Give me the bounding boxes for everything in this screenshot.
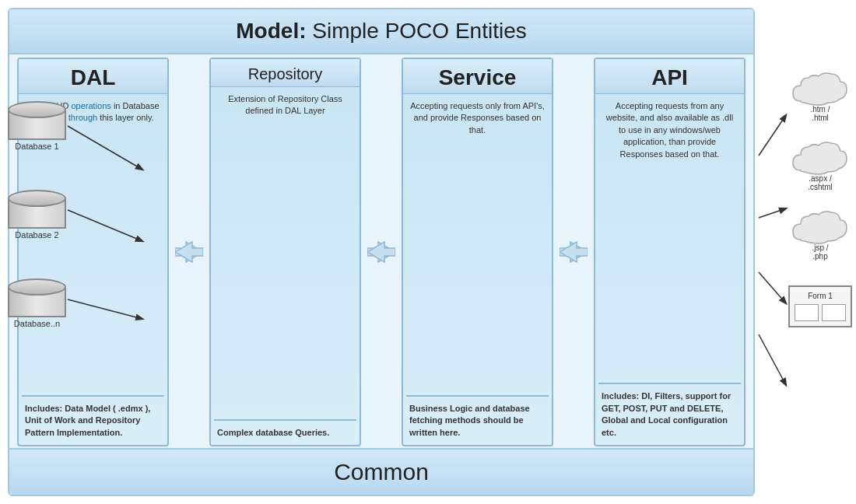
dal-repo-arrow-svg (175, 240, 203, 264)
form-title: Form 1 (795, 292, 846, 300)
model-title-bold: Model: (236, 19, 306, 43)
svg-marker-3 (367, 242, 395, 262)
service-bottom-text: Business Logic and database fetching met… (403, 397, 552, 445)
cloud-jsp: .jsp /.php (788, 208, 852, 261)
database-1: Database 1 (8, 101, 66, 151)
svg-marker-5 (560, 242, 588, 262)
form-box: Form 1 (788, 285, 852, 327)
common-label: Common (334, 459, 429, 485)
repo-service-arrow-svg (367, 240, 395, 264)
svg-line-9 (759, 115, 786, 156)
form-field-1 (795, 304, 819, 321)
form-fields-row (795, 304, 846, 321)
cloud-htm: .htm /.html (788, 70, 852, 122)
svg-line-12 (759, 334, 786, 385)
service-column: Service Accepting requests only from API… (402, 58, 553, 446)
cloud-aspx: .aspx /.cshtml (788, 139, 852, 191)
api-top-text: Accepting requests from any website, and… (595, 94, 744, 383)
db1-label: Database 1 (15, 142, 58, 151)
databases-container: Database 1 Database 2 Database..n (8, 101, 66, 328)
service-top-text: Accepting requests only from API's, and … (403, 94, 552, 395)
form-field-2 (822, 304, 846, 321)
dal-title: DAL (19, 59, 167, 94)
cloud-aspx-label: .aspx /.cshtml (808, 174, 833, 191)
repository-title: Repository (211, 59, 360, 87)
page-wrapper: Model: Simple POCO Entities DAL ALL CRUD… (0, 0, 856, 504)
repository-top-text: Extension of Repository Class defined in… (211, 87, 360, 419)
db1-top (8, 101, 66, 118)
arrow-dal-repo (175, 58, 203, 446)
main-diagram: Model: Simple POCO Entities DAL ALL CRUD… (8, 8, 755, 496)
form-1: Form 1 (788, 285, 852, 327)
repository-bottom-text: Complex database Queries. (211, 421, 360, 445)
repository-column: Repository Extension of Repository Class… (209, 58, 361, 446)
svg-marker-1 (175, 242, 203, 262)
api-column: API Accepting requests from any website,… (594, 58, 745, 446)
service-title: Service (403, 59, 552, 94)
cloud-htm-label: .htm /.html (810, 105, 830, 122)
db1-cylinder (8, 101, 66, 140)
db2-label: Database 2 (15, 230, 58, 240)
dal-bottom-text: Includes: Data Model ( .edmx ), Unit of … (19, 397, 167, 445)
model-header: Model: Simple POCO Entities (9, 9, 753, 54)
columns-area: DAL ALL CRUD operations in Database are … (17, 58, 745, 446)
api-title: API (595, 59, 744, 94)
common-footer: Common (9, 448, 753, 495)
arrow-repo-service (367, 58, 395, 446)
db2-cylinder (8, 190, 66, 229)
dbn-label: Database..n (14, 319, 60, 328)
api-bottom-text: Includes: DI, Filters, support for GET, … (595, 384, 744, 445)
model-title-sub: Simple POCO Entities (307, 19, 527, 43)
arrow-service-api (560, 58, 588, 446)
db2-top (8, 190, 66, 207)
right-elements: .htm /.html .aspx /.cshtml .jsp /.php Fo… (788, 70, 852, 327)
service-api-arrow-svg (560, 240, 588, 264)
dbn-cylinder (8, 278, 66, 317)
database-2: Database 2 (8, 190, 66, 240)
database-n: Database..n (8, 278, 66, 328)
svg-line-11 (759, 272, 786, 303)
cloud-jsp-label: .jsp /.php (812, 243, 828, 261)
dbn-top (8, 278, 66, 296)
svg-line-10 (759, 208, 786, 218)
